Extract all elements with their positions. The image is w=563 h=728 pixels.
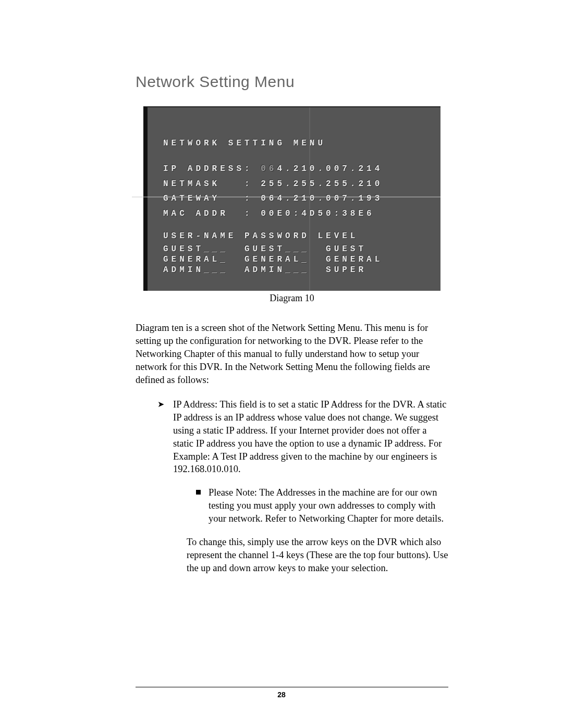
crt-user-row: GENERAL_ GENERAL_ GENERAL xyxy=(163,254,430,265)
footer-rule xyxy=(136,687,448,687)
page-number: 28 xyxy=(0,690,563,699)
document-page: Network Setting Menu NETWORK SETTING MEN… xyxy=(0,0,563,618)
crt-row-gateway: GATEWAY : 064.210.007.193 xyxy=(163,191,430,206)
section-heading: Network Setting Menu xyxy=(136,73,448,91)
crt-row-netmask: NETMASK : 255.255.255.210 xyxy=(163,177,430,192)
ip-address-text: IP Address: This field is to set a stati… xyxy=(173,399,446,475)
sub-list: Please Note: The Addresses in the machin… xyxy=(173,486,448,525)
crt-user-row: ADMIN___ ADMIN___ SUPER xyxy=(163,265,430,275)
list-item: IP Address: This field is to set a stati… xyxy=(160,398,448,575)
field-list: IP Address: This field is to set a stati… xyxy=(136,398,448,575)
list-item: Please Note: The Addresses in the machin… xyxy=(198,486,448,525)
crt-title: NETWORK SETTING MENU xyxy=(163,136,430,151)
figure-caption: Diagram 10 xyxy=(136,293,448,304)
followup-paragraph: To change this, simply use the arrow key… xyxy=(173,536,448,575)
please-note-text: Please Note: The Addresses in the machin… xyxy=(209,487,444,524)
intro-paragraph: Diagram ten is a screen shot of the Netw… xyxy=(136,322,448,387)
crt-user-row: GUEST___ GUEST___ GUEST xyxy=(163,244,430,254)
crt-row-ip: IP ADDRESS: 064.210.007.214 xyxy=(163,162,430,177)
crt-row-mac: MAC ADDR : 00E0:4D50:38E6 xyxy=(163,206,430,221)
crt-user-header: USER-NAME PASSWORD LEVEL xyxy=(163,229,430,244)
crt-screenshot: NETWORK SETTING MENU IP ADDRESS: 064.210… xyxy=(143,106,440,291)
